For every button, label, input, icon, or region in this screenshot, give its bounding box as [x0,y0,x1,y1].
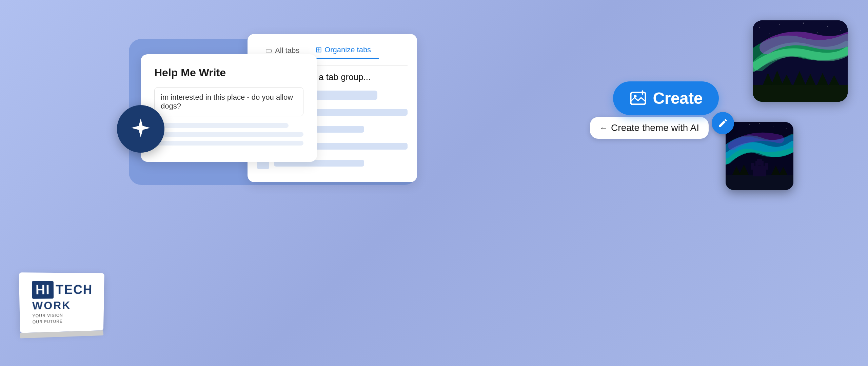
logo-container: HI TECH WORK YOUR VISION OUR FUTURE [20,273,105,332]
svg-rect-8 [753,85,848,102]
tab-organize-tabs[interactable]: ⊞ Organize tabs [308,42,379,59]
back-arrow-icon: ← [599,123,608,133]
create-image-icon [629,90,647,107]
help-me-write-input: im interested in this place - do you all… [154,87,303,116]
all-tabs-icon: ▭ [265,46,272,55]
skeleton-line-1 [154,123,289,128]
svg-point-1 [759,27,760,27]
organize-icon: ⊞ [316,45,322,54]
svg-point-18 [749,124,750,125]
help-me-write-card: Help Me Write im interested in this plac… [141,54,317,162]
svg-rect-25 [765,163,768,170]
svg-point-7 [817,32,817,33]
create-theme-label: Create theme with AI [611,122,699,133]
svg-point-19 [773,126,773,127]
logo-hi: HI [32,281,54,298]
logo-hi-tech: HI TECH [32,281,93,298]
svg-rect-24 [751,163,754,170]
logo-work: WORK [32,299,71,312]
logo-inner: HI TECH WORK YOUR VISION OUR FUTURE [32,281,93,324]
skeleton-line-3 [154,141,303,146]
svg-point-5 [841,30,841,31]
edit-button[interactable] [712,112,734,134]
create-icon [629,90,647,107]
svg-point-20 [786,129,787,129]
svg-point-21 [759,123,760,124]
pencil-icon [717,118,728,129]
ai-star-button[interactable] [117,105,164,153]
sparkle-icon [129,117,153,141]
svg-point-3 [803,23,804,23]
create-big-button[interactable]: Create [613,81,719,115]
aurora-top-right-image [753,20,848,102]
logo-box: HI TECH WORK YOUR VISION OUR FUTURE [19,272,104,333]
svg-rect-23 [753,166,766,176]
svg-point-6 [769,34,770,34]
logo-tech: TECH [56,283,93,297]
svg-point-2 [780,24,780,25]
aurora-svg [753,20,848,102]
logo-tagline-top: YOUR VISION [32,313,63,319]
create-theme-button[interactable]: ← Create theme with AI [590,117,709,139]
create-button-label: Create [653,89,703,108]
svg-rect-28 [757,159,762,166]
aurora-bottom-svg [726,122,793,190]
logo-tagline-bot: OUR FUTURE [33,319,63,324]
svg-rect-22 [726,175,793,190]
skeleton-line-2 [154,132,303,137]
svg-point-4 [827,26,828,27]
help-me-write-title: Help Me Write [154,66,303,79]
aurora-bottom-right-image [726,122,793,190]
